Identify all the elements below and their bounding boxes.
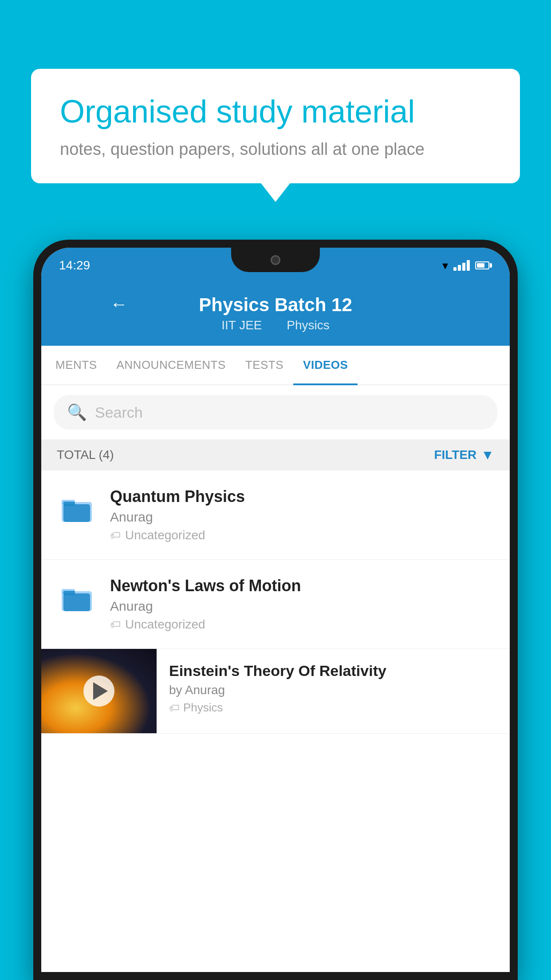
- speech-bubble-subtext: notes, question papers, solutions all at…: [60, 140, 491, 159]
- item-tag: 🏷 Physics: [169, 701, 497, 715]
- camera: [271, 255, 280, 265]
- svg-rect-2: [63, 504, 90, 522]
- list-item[interactable]: Quantum Physics Anurag 🏷 Uncategorized: [41, 470, 510, 560]
- search-icon: 🔍: [67, 403, 87, 422]
- speech-bubble: Organised study material notes, question…: [31, 69, 520, 183]
- total-count: TOTAL (4): [57, 448, 114, 462]
- search-placeholder: Search: [95, 404, 143, 421]
- list-item-thumbnail[interactable]: Einstein's Theory Of Relativity by Anura…: [41, 649, 510, 734]
- play-button[interactable]: [83, 676, 114, 707]
- item-author: Anurag: [110, 599, 494, 614]
- app-header: ← Physics Batch 12 IIT JEE Physics: [41, 283, 510, 346]
- battery-icon: [475, 261, 492, 269]
- item-content: Einstein's Theory Of Relativity by Anura…: [157, 649, 510, 728]
- filter-button[interactable]: FILTER ▼: [434, 447, 494, 462]
- svg-rect-7: [63, 591, 75, 595]
- speech-bubble-heading: Organised study material: [60, 93, 491, 130]
- folder-icon: [57, 490, 97, 530]
- folder-icon: [57, 579, 97, 619]
- video-thumbnail: [41, 649, 157, 733]
- status-time: 14:29: [59, 258, 90, 273]
- filter-row: TOTAL (4) FILTER ▼: [41, 439, 510, 470]
- item-author: by Anurag: [169, 683, 497, 697]
- speech-bubble-container: Organised study material notes, question…: [31, 69, 520, 183]
- back-button[interactable]: ←: [110, 294, 128, 314]
- wifi-icon: ▾: [442, 259, 448, 273]
- tag-icon: 🏷: [110, 618, 121, 631]
- tabs-bar: MENTS ANNOUNCEMENTS TESTS VIDEOS: [41, 346, 510, 385]
- item-title: Einstein's Theory Of Relativity: [169, 662, 497, 680]
- signal-icon: [453, 260, 470, 271]
- app-subtitle: IIT JEE Physics: [59, 318, 492, 332]
- svg-rect-3: [63, 502, 75, 506]
- item-tag: 🏷 Uncategorized: [110, 617, 494, 632]
- item-tag: 🏷 Uncategorized: [110, 528, 494, 542]
- tab-videos[interactable]: VIDEOS: [293, 346, 358, 384]
- item-content: Quantum Physics Anurag 🏷 Uncategorized: [110, 487, 494, 542]
- tag-icon: 🏷: [110, 529, 121, 541]
- filter-icon: ▼: [481, 447, 494, 462]
- notch: [231, 248, 320, 272]
- status-icons: ▾: [442, 259, 492, 273]
- search-container: 🔍 Search: [41, 385, 510, 439]
- subtitle-part2: Physics: [287, 318, 329, 332]
- item-content: Newton's Laws of Motion Anurag 🏷 Uncateg…: [110, 577, 494, 632]
- tab-ments[interactable]: MENTS: [46, 346, 107, 384]
- phone-screen: 14:29 ▾: [41, 248, 510, 972]
- play-icon: [93, 682, 108, 700]
- tag-icon: 🏷: [169, 702, 180, 714]
- svg-rect-6: [63, 593, 90, 611]
- subtitle-part1: IIT JEE: [221, 318, 262, 332]
- video-list: Quantum Physics Anurag 🏷 Uncategorized: [41, 470, 510, 972]
- status-bar: 14:29 ▾: [41, 248, 510, 283]
- item-author: Anurag: [110, 510, 494, 525]
- tab-tests[interactable]: TESTS: [236, 346, 293, 384]
- item-title: Quantum Physics: [110, 487, 494, 506]
- tab-announcements[interactable]: ANNOUNCEMENTS: [107, 346, 236, 384]
- phone-frame: 14:29 ▾: [33, 240, 518, 980]
- list-item[interactable]: Newton's Laws of Motion Anurag 🏷 Uncateg…: [41, 560, 510, 649]
- search-bar[interactable]: 🔍 Search: [54, 395, 497, 430]
- item-title: Newton's Laws of Motion: [110, 577, 494, 595]
